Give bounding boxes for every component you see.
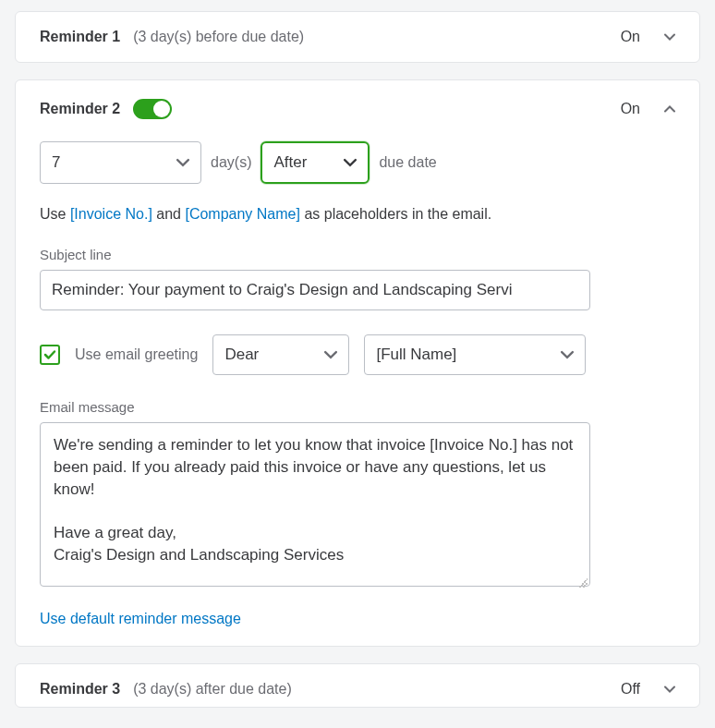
- subject-value: Reminder: Your payment to Craig's Design…: [52, 281, 512, 299]
- reminder-2-card: Reminder 2 On 7 day(s) After due date Us…: [15, 79, 700, 647]
- due-date-label: due date: [379, 154, 436, 171]
- reminder-1-state: On: [621, 29, 640, 45]
- timing-select[interactable]: After: [261, 141, 370, 184]
- resize-handle-icon[interactable]: [578, 578, 588, 588]
- subject-label: Subject line: [40, 247, 675, 262]
- reminder-2-title: Reminder 2: [40, 101, 120, 117]
- reminder-2-header[interactable]: Reminder 2 On: [40, 99, 675, 119]
- reminder-2-toggle[interactable]: [133, 99, 172, 119]
- subject-input[interactable]: Reminder: Your payment to Craig's Design…: [40, 270, 590, 310]
- name-token-select[interactable]: [Full Name]: [364, 334, 586, 375]
- chevron-down-icon: [561, 348, 574, 361]
- placeholder-hint: Use [Invoice No.] and [Company Name] as …: [40, 206, 675, 223]
- invoice-no-placeholder-link[interactable]: [Invoice No.]: [70, 206, 152, 222]
- chevron-down-icon: [344, 156, 357, 169]
- chevron-down-icon[interactable]: [664, 684, 675, 695]
- reminder-1-subtitle: (3 day(s) before due date): [133, 29, 304, 45]
- salutation-select[interactable]: Dear: [212, 334, 349, 375]
- timing-row: 7 day(s) After due date: [40, 141, 675, 184]
- message-label: Email message: [40, 399, 675, 415]
- chevron-up-icon[interactable]: [664, 103, 675, 115]
- days-value: 7: [52, 153, 60, 172]
- reminder-2-state: On: [621, 101, 640, 117]
- chevron-down-icon: [176, 156, 189, 169]
- greeting-row: Use email greeting Dear [Full Name]: [40, 334, 675, 375]
- reminder-3-header[interactable]: Reminder 3 (3 day(s) after due date) Off: [40, 681, 675, 698]
- use-default-message-link[interactable]: Use default reminder message: [40, 611, 241, 627]
- email-message-textarea[interactable]: [40, 422, 590, 587]
- reminder-3-state: Off: [621, 681, 640, 698]
- chevron-down-icon: [324, 348, 337, 361]
- name-token-value: [Full Name]: [376, 346, 456, 364]
- reminder-1-card: Reminder 1 (3 day(s) before due date) On: [15, 11, 700, 63]
- salutation-value: Dear: [224, 346, 259, 364]
- company-name-placeholder-link[interactable]: [Company Name]: [185, 206, 300, 222]
- reminder-3-card: Reminder 3 (3 day(s) after due date) Off: [15, 663, 700, 708]
- reminder-3-title: Reminder 3: [40, 681, 120, 698]
- days-label: day(s): [211, 154, 251, 171]
- chevron-down-icon[interactable]: [664, 31, 675, 42]
- use-greeting-checkbox[interactable]: [40, 345, 60, 365]
- reminder-3-subtitle: (3 day(s) after due date): [133, 681, 292, 698]
- use-greeting-label: Use email greeting: [75, 346, 198, 363]
- check-icon: [43, 348, 56, 361]
- reminder-1-header[interactable]: Reminder 1 (3 day(s) before due date) On: [40, 29, 675, 45]
- reminder-1-title: Reminder 1: [40, 29, 120, 45]
- days-input[interactable]: 7: [40, 141, 201, 184]
- timing-value: After: [273, 153, 307, 172]
